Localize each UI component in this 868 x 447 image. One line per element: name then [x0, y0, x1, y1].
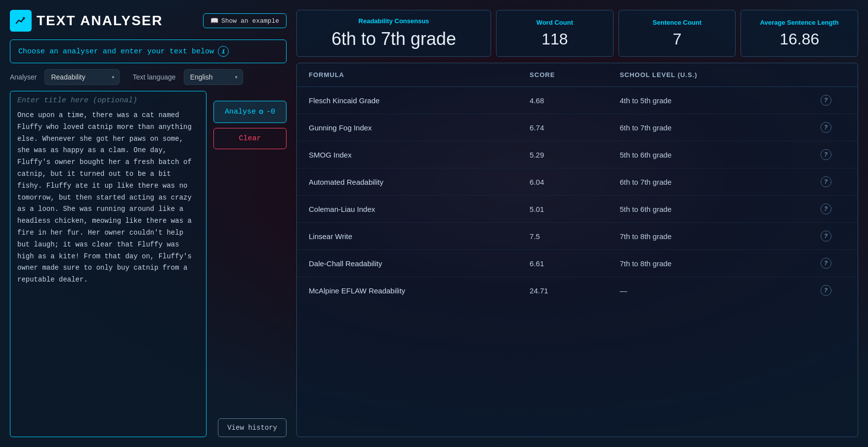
cell-score: 24.71 — [518, 277, 608, 304]
avg-sentence-label: Average Sentence Length — [760, 19, 839, 26]
clear-label: Clear — [239, 134, 261, 143]
app-title: TEXT ANALYSER — [37, 13, 163, 29]
word-count-card: Word Count 118 — [496, 10, 614, 57]
table-row: Gunning Fog Index 6.74 6th to 7th grade … — [297, 114, 858, 141]
language-select[interactable]: English Spanish French German — [184, 69, 243, 85]
cell-score: 5.01 — [518, 196, 608, 223]
cell-score: 7.5 — [518, 223, 608, 250]
title-input[interactable] — [17, 96, 199, 105]
table-header-row: FORMULA SCORE SCHOOL LEVEL (U.S.) — [297, 63, 858, 87]
logo-icon — [10, 10, 32, 32]
main-textarea[interactable] — [17, 110, 199, 432]
cell-level: 4th to 5th grade — [608, 87, 794, 114]
analyser-label: Analyser — [10, 73, 37, 81]
table-row: Coleman-Liau Index 5.01 5th to 6th grade… — [297, 196, 858, 223]
cell-help: ? — [794, 87, 858, 114]
clear-button[interactable]: Clear — [213, 128, 287, 149]
results-tbody: Flesch Kincaid Grade 4.68 4th to 5th gra… — [297, 87, 858, 304]
right-panel: Readability Consensus 6th to 7th grade W… — [296, 10, 858, 437]
table-row: Linsear Write 7.5 7th to 8th grade ? — [297, 223, 858, 250]
help-icon-1[interactable]: ? — [821, 122, 831, 133]
help-icon-5[interactable]: ? — [821, 231, 831, 242]
analyse-count: -0 — [266, 108, 275, 116]
cell-score: 4.68 — [518, 87, 608, 114]
cell-help: ? — [794, 141, 858, 168]
word-count-label: Word Count — [537, 19, 573, 26]
left-content: Analyse ⚙ -0 Clear View history — [10, 91, 287, 437]
prompt-bar: Choose an analyser and enter your text b… — [10, 40, 287, 63]
table-row: Automated Readability 6.04 6th to 7th gr… — [297, 168, 858, 196]
table-row: Dale-Chall Readability 6.61 7th to 8th g… — [297, 250, 858, 277]
col-formula: FORMULA — [297, 63, 518, 87]
left-panel: TEXT ANALYSER 📖 Show an example Choose a… — [10, 10, 287, 437]
help-icon-7[interactable]: ? — [821, 285, 831, 296]
cell-formula: SMOG Index — [297, 141, 518, 168]
cell-formula: Automated Readability — [297, 168, 518, 196]
info-label: i — [221, 48, 225, 55]
show-example-button[interactable]: 📖 Show an example — [203, 13, 287, 28]
analyser-select-wrap: Readability Keyword Density Sentiment — [44, 69, 120, 85]
cell-help: ? — [794, 223, 858, 250]
cell-score: 5.29 — [518, 141, 608, 168]
cell-level: 5th to 6th grade — [608, 196, 794, 223]
book-icon: 📖 — [210, 17, 218, 25]
cell-level: — — [608, 277, 794, 304]
cell-score: 6.04 — [518, 168, 608, 196]
sentence-count-card: Sentence Count 7 — [619, 10, 736, 57]
gear-icon: ⚙ — [259, 107, 263, 117]
help-icon-0[interactable]: ? — [821, 95, 831, 106]
cell-formula: Dale-Chall Readability — [297, 250, 518, 277]
sentence-count-label: Sentence Count — [653, 19, 702, 26]
options-row: Analyser Readability Keyword Density Sen… — [10, 69, 287, 85]
cell-formula: McAlpine EFLAW Readability — [297, 277, 518, 304]
help-icon-6[interactable]: ? — [821, 258, 831, 269]
view-history-button[interactable]: View history — [218, 418, 287, 437]
cell-level: 6th to 7th grade — [608, 114, 794, 141]
table-row: Flesch Kincaid Grade 4.68 4th to 5th gra… — [297, 87, 858, 114]
logo-box: TEXT ANALYSER — [10, 10, 163, 32]
cell-formula: Linsear Write — [297, 223, 518, 250]
cell-help: ? — [794, 168, 858, 196]
help-icon-3[interactable]: ? — [821, 176, 831, 187]
help-icon-4[interactable]: ? — [821, 203, 831, 214]
cell-score: 6.61 — [518, 250, 608, 277]
cell-help: ? — [794, 250, 858, 277]
cell-formula: Flesch Kincaid Grade — [297, 87, 518, 114]
show-example-label: Show an example — [221, 17, 279, 25]
language-select-wrap: English Spanish French German — [184, 69, 243, 85]
textarea-wrapper — [10, 91, 207, 437]
col-score: SCORE — [518, 63, 608, 87]
cell-formula: Coleman-Liau Index — [297, 196, 518, 223]
avg-sentence-value: 16.86 — [780, 30, 819, 48]
info-icon[interactable]: i — [218, 46, 229, 57]
cell-help: ? — [794, 196, 858, 223]
consensus-label: Readability Consensus — [359, 17, 429, 25]
cell-level: 5th to 6th grade — [608, 141, 794, 168]
col-level: SCHOOL LEVEL (U.S.) — [608, 63, 794, 87]
consensus-value: 6th to 7th grade — [331, 29, 456, 49]
results-table: FORMULA SCORE SCHOOL LEVEL (U.S.) Flesch… — [297, 63, 858, 304]
avg-sentence-card: Average Sentence Length 16.86 — [741, 10, 858, 57]
prompt-text: Choose an analyser and enter your text b… — [18, 47, 214, 56]
cell-level: 7th to 8th grade — [608, 223, 794, 250]
analyse-label: Analyse — [225, 108, 256, 116]
cell-level: 7th to 8th grade — [608, 250, 794, 277]
app-container: TEXT ANALYSER 📖 Show an example Choose a… — [0, 0, 868, 447]
textarea-box — [10, 91, 207, 437]
sentence-count-value: 7 — [673, 30, 682, 48]
results-table-wrap: FORMULA SCORE SCHOOL LEVEL (U.S.) Flesch… — [296, 63, 858, 437]
analyser-select[interactable]: Readability Keyword Density Sentiment — [44, 69, 120, 85]
col-help — [794, 63, 858, 87]
word-count-value: 118 — [541, 30, 568, 48]
help-icon-2[interactable]: ? — [821, 149, 831, 160]
cell-help: ? — [794, 114, 858, 141]
cell-formula: Gunning Fog Index — [297, 114, 518, 141]
analyse-button[interactable]: Analyse ⚙ -0 — [213, 101, 287, 123]
stats-row: Readability Consensus 6th to 7th grade W… — [296, 10, 858, 57]
consensus-card: Readability Consensus 6th to 7th grade — [296, 10, 491, 57]
header-row: TEXT ANALYSER 📖 Show an example — [10, 10, 287, 32]
table-row: McAlpine EFLAW Readability 24.71 — ? — [297, 277, 858, 304]
chart-icon — [15, 15, 27, 27]
text-language-label: Text language — [132, 73, 175, 81]
view-history-label: View history — [227, 424, 277, 432]
